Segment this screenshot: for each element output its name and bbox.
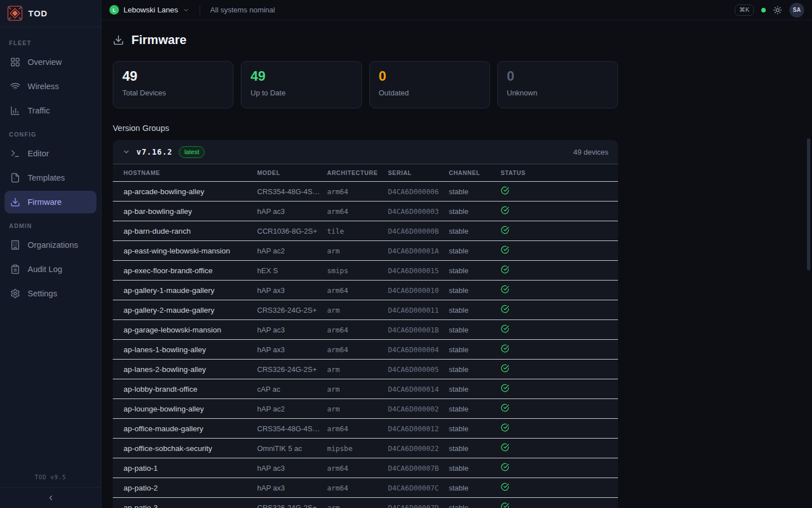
cell-hostname: ap-patio-2	[113, 478, 257, 498]
stat-value: 49	[250, 69, 352, 84]
cell-hostname: ap-arcade-bowling-alley	[113, 182, 257, 202]
cell-model: cAP ac	[257, 379, 327, 399]
table-row[interactable]: ap-gallery-2-maude-galleryCRS326-24G-2S+…	[113, 300, 618, 320]
scrollbar-thumb[interactable]	[807, 138, 810, 270]
version-group-header[interactable]: v7.16.2 latest 49 devices	[113, 140, 618, 164]
cell-architecture: tile	[327, 221, 388, 241]
cell-status	[501, 320, 618, 340]
org-name: Lebowski Lanes	[123, 6, 178, 14]
stat-value: 49	[122, 69, 224, 84]
cell-hostname: ap-east-wing-lebowski-mansion	[113, 241, 257, 261]
chevron-down-icon	[122, 148, 130, 156]
user-avatar[interactable]: SA	[789, 3, 804, 17]
table-row[interactable]: ap-lobby-brandt-officecAP acarmD4CA6D000…	[113, 379, 618, 399]
latest-badge: latest	[179, 146, 205, 158]
sidebar-item-settings[interactable]: Settings	[5, 282, 96, 305]
sidebar-item-traffic[interactable]: Traffic	[5, 99, 96, 122]
cell-channel: stable	[449, 458, 501, 478]
table-row[interactable]: ap-east-wing-lebowski-mansionhAP ac2armD…	[113, 241, 618, 261]
table-row[interactable]: ap-exec-floor-brandt-officehEX SsmipsD4C…	[113, 261, 618, 281]
sidebar-item-editor[interactable]: Editor	[5, 142, 96, 165]
cell-architecture: arm64	[327, 458, 388, 478]
cell-hostname: ap-gallery-2-maude-gallery	[113, 300, 257, 320]
cell-serial: D4CA6D000004	[388, 340, 449, 360]
version-label: v7.16.2	[136, 147, 173, 156]
sidebar-item-audit-log[interactable]: Audit Log	[5, 258, 96, 281]
cell-serial: D4CA6D00001A	[388, 241, 449, 261]
live-status-dot	[761, 8, 766, 12]
sidebar-item-firmware[interactable]: Firmware	[5, 191, 96, 213]
cell-serial: D4CA6D000022	[388, 439, 449, 458]
table-row[interactable]: ap-gallery-1-maude-galleryhAP ax3arm64D4…	[113, 281, 618, 300]
org-avatar: L	[109, 5, 119, 15]
org-switcher[interactable]: L Lebowski Lanes	[109, 5, 189, 15]
cell-status	[501, 221, 618, 241]
cell-hostname: ap-garage-lebowski-mansion	[113, 320, 257, 340]
table-row[interactable]: ap-patio-3CRS326-24G-2S+armD4CA6D00007Ds…	[113, 498, 618, 508]
cell-status	[501, 300, 618, 320]
check-circle-icon	[501, 502, 509, 508]
sidebar-item-templates[interactable]: Templates	[5, 167, 96, 189]
cell-status	[501, 458, 618, 478]
cell-channel: stable	[449, 281, 501, 300]
table-row[interactable]: ap-patio-1hAP ac3arm64D4CA6D00007Bstable	[113, 458, 618, 478]
cell-model: hAP ac3	[257, 320, 327, 340]
cell-hostname: ap-bar-bowling-alley	[113, 202, 257, 221]
cell-model: hAP ac2	[257, 399, 327, 419]
audit-log-icon	[10, 264, 20, 274]
sidebar-item-overview[interactable]: Overview	[5, 51, 96, 73]
table-row[interactable]: ap-arcade-bowling-alleyCRS354-48G-4S+…ar…	[113, 182, 618, 202]
cell-model: hAP ac3	[257, 202, 327, 221]
check-circle-icon	[501, 246, 509, 254]
sun-icon[interactable]	[773, 6, 782, 15]
cell-hostname: ap-lanes-1-bowling-alley	[113, 340, 257, 360]
table-row[interactable]: ap-bar-bowling-alleyhAP ac3arm64D4CA6D00…	[113, 202, 618, 221]
cell-architecture: arm64	[327, 320, 388, 340]
topbar: L Lebowski Lanes All systems nominal ⌘K …	[102, 0, 812, 20]
table-row[interactable]: ap-office-sobchak-securityOmniTIK 5 acmi…	[113, 439, 618, 458]
cell-channel: stable	[449, 182, 501, 202]
cell-model: CRS354-48G-4S+…	[257, 419, 327, 439]
cell-channel: stable	[449, 300, 501, 320]
cell-serial: D4CA6D000005	[388, 360, 449, 379]
command-palette-button[interactable]: ⌘K	[735, 5, 754, 16]
cell-model: CRS354-48G-4S+…	[257, 182, 327, 202]
cell-serial: D4CA6D000011	[388, 300, 449, 320]
table-row[interactable]: ap-lounge-bowling-alleyhAP ac2armD4CA6D0…	[113, 399, 618, 419]
check-circle-icon	[501, 226, 509, 234]
overview-icon	[10, 57, 20, 67]
cell-hostname: ap-patio-3	[113, 498, 257, 508]
main-area: L Lebowski Lanes All systems nominal ⌘K …	[102, 0, 812, 508]
cell-hostname: ap-office-maude-gallery	[113, 419, 257, 439]
sidebar-item-label: Wireless	[28, 82, 59, 91]
table-row[interactable]: ap-patio-2hAP ax3arm64D4CA6D00007Cstable	[113, 478, 618, 498]
cell-channel: stable	[449, 379, 501, 399]
brand-name: TOD	[28, 8, 47, 18]
version-groups-label: Version Groups	[113, 124, 812, 133]
cell-channel: stable	[449, 399, 501, 419]
table-row[interactable]: ap-lanes-2-bowling-alleyCRS326-24G-2S+ar…	[113, 360, 618, 379]
cell-serial: D4CA6D000012	[388, 419, 449, 439]
traffic-icon	[10, 106, 20, 116]
table-row[interactable]: ap-office-maude-galleryCRS354-48G-4S+…ar…	[113, 419, 618, 439]
organizations-icon	[10, 240, 20, 250]
cell-architecture: arm64	[327, 478, 388, 498]
cell-model: hAP ac2	[257, 241, 327, 261]
cell-model: hAP ac3	[257, 458, 327, 478]
stat-cards: 49Total Devices49Up to Date0Outdated0Unk…	[113, 61, 618, 108]
cell-channel: stable	[449, 221, 501, 241]
table-row[interactable]: ap-barn-dude-ranchCCR1036-8G-2S+tileD4CA…	[113, 221, 618, 241]
check-circle-icon	[501, 285, 509, 294]
column-header-status: STATUS	[501, 164, 618, 182]
cell-architecture: arm	[327, 379, 388, 399]
editor-icon	[10, 148, 20, 159]
table-row[interactable]: ap-lanes-1-bowling-alleyhAP ax3arm64D4CA…	[113, 340, 618, 360]
sidebar-collapse-button[interactable]	[0, 487, 101, 508]
cell-architecture: arm	[327, 498, 388, 508]
sidebar-item-organizations[interactable]: Organizations	[5, 234, 96, 256]
cell-hostname: ap-gallery-1-maude-gallery	[113, 281, 257, 300]
cell-status	[501, 202, 618, 221]
sidebar-item-label: Editor	[28, 149, 49, 158]
table-row[interactable]: ap-garage-lebowski-mansionhAP ac3arm64D4…	[113, 320, 618, 340]
sidebar-item-wireless[interactable]: Wireless	[5, 75, 96, 98]
